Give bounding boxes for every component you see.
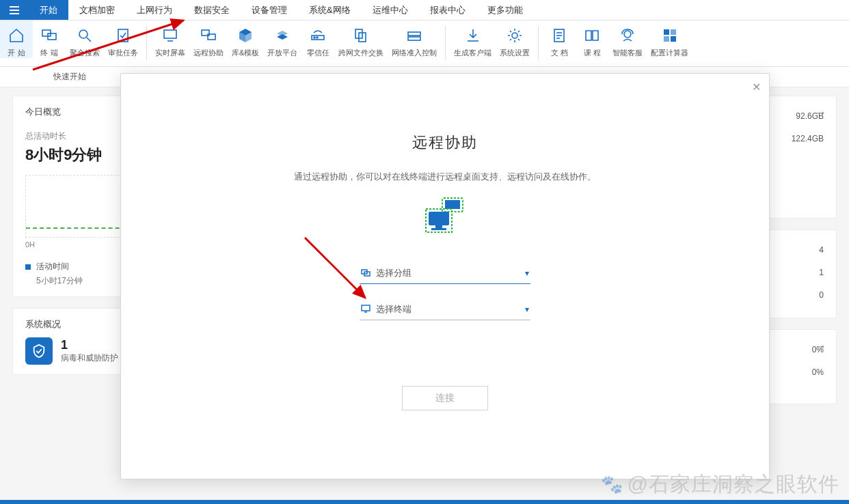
ribbon-label: 零信任 [307,48,329,58]
ribbon-label: 远程协助 [193,48,224,58]
menu-item-0[interactable]: 开始 [29,0,68,20]
ribbon-remote-button[interactable]: 远程协助 [189,20,228,58]
connect-button[interactable]: 连接 [402,386,488,410]
svg-rect-32 [435,225,442,228]
ribbon-files-button[interactable]: 跨网文件交换 [334,20,388,58]
ribbon-router-button[interactable]: 零信任 [301,20,334,58]
doc-icon [550,26,569,45]
use-val: 0 [819,290,824,302]
svg-rect-31 [429,212,449,225]
files-icon [351,26,370,45]
monitor-icon [161,26,180,45]
ribbon-gear-button[interactable]: 系统设置 [496,20,534,58]
pct-b-val: 0% [812,367,824,379]
close-icon[interactable]: ✕ [752,81,761,94]
ribbon-toolbar: 开 始终 端聚合搜索审批任务实时屏幕远程协助库&模板开放平台零信任跨网文件交换网… [0,20,849,67]
search-icon [75,26,94,45]
menu-item-4[interactable]: 设备管理 [241,0,298,20]
select-group-dropdown[interactable]: 选择分组 ▾ [360,263,530,284]
svg-rect-8 [164,30,176,38]
ribbon-label: 审批任务 [108,48,138,58]
terminal-icon [361,304,370,316]
svg-rect-27 [664,36,669,42]
ribbon-calc-button[interactable]: 配置计算器 [647,20,692,58]
storage-expand-icon[interactable]: → [814,106,826,120]
remote-assist-modal: ✕ 远程协助 通过远程协助，你可以对在线终端进行远程桌面支持、远程访问及在线协作… [120,73,770,479]
svg-point-24 [624,31,631,38]
ribbon-terminals-button[interactable]: 终 端 [33,20,66,58]
chevron-down-icon: ▾ [525,268,529,278]
svg-rect-18 [408,37,420,40]
ribbon-agent-button[interactable]: 智能客服 [608,20,647,58]
chevron-down-icon: ▾ [525,305,529,314]
remote-illustration-icon [424,197,466,236]
svg-rect-25 [664,29,669,35]
select-terminal-dropdown[interactable]: 选择终端 ▾ [360,299,530,320]
ribbon-separator [146,26,147,61]
ribbon-cube-button[interactable]: 库&模板 [228,20,263,58]
ribbon-label: 课 程 [584,48,601,58]
netctl-icon [405,26,424,45]
calc-icon [660,26,679,45]
ribbon-monitor-button[interactable]: 实时屏幕 [151,20,189,58]
svg-rect-1 [10,10,19,11]
select-terminal-label: 选择终端 [376,303,520,316]
ribbon-label: 智能客服 [612,48,643,58]
ribbon-platform-button[interactable]: 开放平台 [263,20,301,58]
svg-rect-30 [445,200,460,209]
shield-icon [25,337,53,365]
ribbon-netctl-button[interactable]: 网络准入控制 [388,20,441,58]
remote-icon [199,26,218,45]
ribbon-label: 系统设置 [500,48,530,58]
menu-item-1[interactable]: 文档加密 [68,0,126,20]
svg-point-19 [512,33,517,38]
ribbon-label: 生成客户端 [454,48,491,58]
svg-rect-37 [362,305,370,311]
ribbon-download-button[interactable]: 生成客户端 [450,20,496,58]
legend-color-icon [25,264,31,270]
modal-title: 远程协助 [412,132,478,153]
ribbon-label: 终 端 [40,48,57,58]
menu-item-2[interactable]: 上网行为 [126,0,183,20]
ribbon-label: 开 始 [8,48,25,58]
menu-item-5[interactable]: 系统&网络 [298,0,362,20]
svg-rect-7 [118,29,128,42]
ribbon-doc-button[interactable]: 文 档 [543,20,576,58]
svg-point-5 [79,30,87,38]
modal-desc: 通过远程协助，你可以对在线终端进行远程桌面支持、远程访问及在线协作。 [294,171,596,183]
ribbon-home-button[interactable]: 开 始 [0,20,33,58]
svg-point-14 [316,37,318,38]
ribbon-clipboard-button[interactable]: 审批任务 [104,20,142,58]
ribbon-label: 开放平台 [267,48,297,58]
agent-icon [618,26,637,45]
platform-icon [273,26,292,45]
home-icon [7,26,26,45]
ribbon-book-button[interactable]: 课 程 [576,20,608,58]
ribbon-search-button[interactable]: 聚合搜索 [66,20,104,58]
svg-rect-2 [10,13,19,14]
quickstart-label[interactable]: 快速开始 [53,72,86,81]
menu-item-8[interactable]: 更多功能 [476,0,534,20]
svg-rect-33 [431,228,446,230]
clipboard-icon [113,26,133,45]
metrics-expand-icon[interactable]: → [814,339,826,354]
svg-rect-28 [671,36,676,42]
cube-icon [236,26,255,45]
book-icon [582,26,602,45]
ribbon-separator [538,26,539,61]
app-menu-icon[interactable] [0,0,29,20]
svg-rect-26 [671,29,676,35]
gear-icon [505,26,524,45]
menu-item-7[interactable]: 报表中心 [419,0,476,20]
download-icon [463,26,483,45]
router-icon [308,26,327,45]
svg-rect-17 [408,32,420,36]
svg-point-13 [314,37,315,38]
menu-item-6[interactable]: 运维中心 [362,0,419,20]
terminals-icon [40,26,59,45]
ribbon-label: 配置计算器 [651,48,688,58]
menu-item-3[interactable]: 数据安全 [183,0,241,20]
ribbon-label: 网络准入控制 [392,48,437,58]
footer-bar [0,500,849,504]
ribbon-label: 聚合搜索 [70,48,100,58]
